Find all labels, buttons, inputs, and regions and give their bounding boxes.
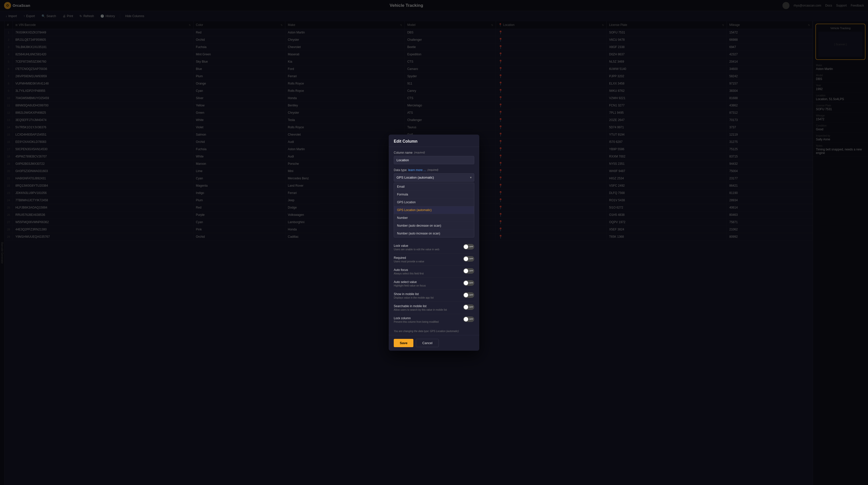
toggle-sublabel-auto_select_value: Highlight field value on focus xyxy=(394,284,460,287)
toggle-text-auto_select_value: OFF xyxy=(469,282,473,284)
toggle-sublabel-lock_value: Users are unable to edit the value in we… xyxy=(394,248,460,251)
toggle-sublabel-auto_focus: Always select this field first xyxy=(394,272,460,275)
data-type-dropdown: EmailFormulaGPS LocationGPS Location (au… xyxy=(394,183,474,237)
toggle-text-lock_value: OFF xyxy=(469,246,473,248)
toggle-knob-auto_select_value xyxy=(464,281,468,285)
toggle-lock_value[interactable]: OFF xyxy=(463,244,474,250)
toggle-knob-lock_column xyxy=(464,317,468,322)
toggle-row-searchable_in_mobile: Searchable in mobile list Allow users to… xyxy=(394,302,474,314)
toggle-sublabel-searchable_in_mobile: Allow users to search by this value in m… xyxy=(394,309,460,311)
toggle-row-auto_select_value: Auto select value Highlight field value … xyxy=(394,278,474,290)
dropdown-item-gps_location_auto[interactable]: GPS Location (automatic) xyxy=(394,206,474,214)
data-type-group: Data type learn more ... (required) GPS … xyxy=(394,168,474,237)
toggle-knob-required xyxy=(464,257,468,261)
toggle-text-searchable_in_mobile: OFF xyxy=(469,306,473,308)
toggle-required[interactable]: OFF xyxy=(463,256,474,262)
modal-title: Edit Column xyxy=(389,135,479,147)
column-name-input[interactable] xyxy=(394,156,474,164)
learn-more-link[interactable]: learn more ... xyxy=(408,168,426,172)
toggle-label-searchable_in_mobile: Searchable in mobile list xyxy=(394,304,460,308)
modal-overlay[interactable]: Edit Column Column name (required) Data … xyxy=(0,0,868,485)
dropdown-item-number_decrease[interactable]: Number (auto decrease on scan) xyxy=(394,222,474,230)
toggle-knob-lock_value xyxy=(464,245,468,249)
column-name-group: Column name (required) xyxy=(394,151,474,164)
toggle-text-lock_column: OFF xyxy=(469,318,473,320)
toggle-label-auto_focus: Auto focus xyxy=(394,268,460,272)
modal-note: You are changing the data type: GPS Loca… xyxy=(389,330,479,335)
dropdown-item-formula[interactable]: Formula xyxy=(394,191,474,198)
save-button[interactable]: Save xyxy=(394,339,413,347)
toggle-label-lock_value: Lock value xyxy=(394,244,460,248)
toggle-show_in_mobile_list[interactable]: OFF xyxy=(463,292,474,298)
toggle-text-auto_focus: OFF xyxy=(469,270,473,272)
edit-column-modal: Edit Column Column name (required) Data … xyxy=(389,135,479,351)
toggle-label-lock_column: Lock column xyxy=(394,317,460,320)
modal-footer: Save Cancel xyxy=(389,335,479,351)
toggle-lock_column[interactable]: OFF xyxy=(463,317,474,322)
column-name-label: Column name (required) xyxy=(394,151,474,155)
toggle-row-required: Required Users must provide a value OFF xyxy=(394,254,474,266)
dropdown-item-email[interactable]: Email xyxy=(394,183,474,191)
toggle-row-lock_value: Lock value Users are unable to edit the … xyxy=(394,241,474,254)
toggle-label-show_in_mobile_list: Show in mobile list xyxy=(394,292,460,296)
toggle-searchable_in_mobile[interactable]: OFF xyxy=(463,304,474,310)
toggle-label-auto_select_value: Auto select value xyxy=(394,280,460,284)
toggle-knob-auto_focus xyxy=(464,269,468,273)
toggle-text-show_in_mobile_list: OFF xyxy=(469,294,473,296)
data-type-select[interactable]: GPS Location (automatic) xyxy=(394,173,474,182)
cancel-button[interactable]: Cancel xyxy=(416,339,438,347)
toggle-row-auto_focus: Auto focus Always select this field firs… xyxy=(394,266,474,278)
toggle-label-required: Required xyxy=(394,256,460,260)
toggle-row-lock_column: Lock column Prevent this column from bei… xyxy=(394,314,474,326)
toggle-knob-show_in_mobile_list xyxy=(464,293,468,297)
toggle-text-required: OFF xyxy=(469,258,473,260)
toggle-auto_select_value[interactable]: OFF xyxy=(463,280,474,286)
toggle-sublabel-lock_column: Prevent this column from being modified xyxy=(394,321,460,323)
modal-body: Column name (required) Data type learn m… xyxy=(389,147,479,330)
toggle-sublabel-show_in_mobile_list: Displays value in the mobile app list xyxy=(394,296,460,299)
dropdown-item-number[interactable]: Number xyxy=(394,214,474,222)
toggle-sublabel-required: Users must provide a value xyxy=(394,260,460,263)
dropdown-item-number_increase[interactable]: Number (auto increase on scan) xyxy=(394,230,474,237)
dropdown-item-gps_location[interactable]: GPS Location xyxy=(394,198,474,206)
toggle-row-show_in_mobile_list: Show in mobile list Displays value in th… xyxy=(394,290,474,302)
data-type-select-wrapper: GPS Location (automatic) ▾ xyxy=(394,173,474,182)
toggle-knob-searchable_in_mobile xyxy=(464,305,468,310)
data-type-label: Data type learn more ... (required) xyxy=(394,168,474,172)
toggle-auto_focus[interactable]: OFF xyxy=(463,268,474,274)
